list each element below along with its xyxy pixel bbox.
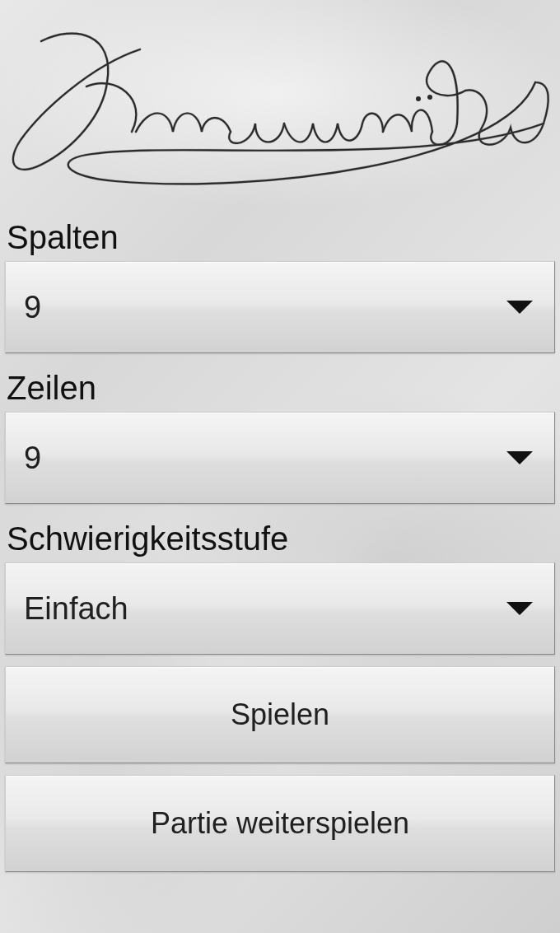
svg-point-0 [416, 96, 421, 101]
columns-field: Spalten 9 [0, 214, 560, 365]
columns-dropdown[interactable]: 9 [5, 261, 555, 353]
app-title-logo [0, 0, 560, 214]
chevron-down-icon [506, 301, 533, 314]
rows-field: Zeilen 9 [0, 365, 560, 515]
difficulty-label: Schwierigkeitsstufe [5, 515, 555, 562]
svg-point-1 [427, 95, 432, 100]
rows-dropdown[interactable]: 9 [5, 412, 555, 504]
title-script-svg [8, 8, 552, 206]
rows-label: Zeilen [5, 365, 555, 412]
difficulty-value: Einfach [24, 591, 128, 627]
columns-value: 9 [24, 290, 41, 325]
settings-form: Spalten 9 Zeilen 9 Schwierigkeitsstufe E… [0, 214, 560, 933]
chevron-down-icon [506, 451, 533, 464]
difficulty-dropdown[interactable]: Einfach [5, 562, 555, 655]
chevron-down-icon [506, 602, 533, 615]
play-button[interactable]: Spielen [5, 666, 555, 763]
difficulty-field: Schwierigkeitsstufe Einfach [0, 515, 560, 666]
play-button-label: Spielen [231, 697, 329, 732]
resume-button-label: Partie weiterspielen [151, 806, 409, 841]
rows-value: 9 [24, 441, 41, 476]
resume-button[interactable]: Partie weiterspielen [5, 775, 555, 872]
columns-label: Spalten [5, 214, 555, 261]
